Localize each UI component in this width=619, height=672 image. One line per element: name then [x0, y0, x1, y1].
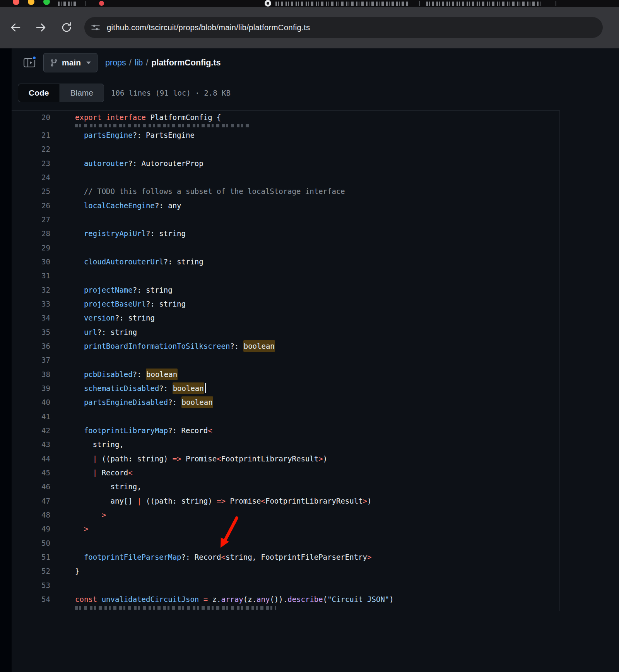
file-meta-info: 106 lines (91 loc) · 2.8 KB: [111, 89, 231, 97]
code-token: ): [367, 497, 371, 505]
code-line-37: 37: [12, 353, 559, 367]
line-number[interactable]: 36: [12, 339, 50, 353]
code-line-21: 21 partsEngine?: PartsEngine: [12, 128, 559, 142]
code-token: >: [318, 454, 323, 463]
reload-button[interactable]: [58, 19, 75, 36]
github-file-page: main props / lib / platformConfig.ts Cod…: [0, 48, 619, 672]
line-number[interactable]: 38: [12, 367, 50, 381]
code-line-41: 41: [12, 410, 559, 423]
code-text: [50, 578, 75, 592]
line-number[interactable]: 22: [12, 142, 50, 156]
line-number[interactable]: 50: [12, 536, 50, 550]
code-token: string, FootprintFileParserEntry: [226, 553, 367, 561]
line-number[interactable]: 53: [12, 578, 50, 592]
line-number[interactable]: 28: [12, 226, 50, 240]
line-number[interactable]: 31: [12, 269, 50, 283]
code-token: =: [203, 595, 208, 603]
line-number[interactable]: 21: [12, 128, 50, 142]
url-bar[interactable]: github.com/tscircuit/props/blob/main/lib…: [84, 17, 603, 38]
line-number[interactable]: 32: [12, 283, 50, 297]
code-token: |: [93, 468, 97, 477]
line-number[interactable]: 46: [12, 480, 50, 494]
code-token: ?:: [230, 342, 243, 350]
tab-divider: [556, 1, 556, 6]
line-number[interactable]: 52: [12, 564, 50, 578]
code-token: >: [84, 525, 88, 533]
line-number[interactable]: 45: [12, 466, 50, 480]
tab-favicon-circle[interactable]: [265, 0, 271, 7]
code-text: [50, 269, 75, 283]
code-line-42: 42 footprintLibraryMap?: Record<: [12, 423, 559, 437]
code-text: projectBaseUrl?: string: [50, 297, 186, 311]
line-number[interactable]: 54: [12, 592, 50, 606]
search-match-token: boolean: [146, 369, 178, 380]
file-header: main props / lib / platformConfig.ts: [12, 51, 221, 75]
code-token: ?:: [168, 398, 181, 406]
tab-title-fragment: [275, 2, 409, 6]
line-number[interactable]: 29: [12, 241, 50, 255]
annotation-arrow: [213, 516, 245, 553]
tab-title-fragment: [426, 2, 542, 6]
line-number[interactable]: 27: [12, 213, 50, 226]
code-token: localCacheEngine: [75, 201, 155, 210]
code-token: footprintLibraryMap: [75, 426, 168, 435]
breadcrumb-folder-link[interactable]: lib: [135, 58, 143, 68]
search-match-token: boolean: [243, 340, 275, 352]
window-tab-strip: [0, 0, 619, 7]
line-number[interactable]: 41: [12, 410, 50, 423]
code-token: ?: Record: [181, 553, 221, 561]
line-number[interactable]: 33: [12, 297, 50, 311]
file-view-tabs: Code Blame 106 lines (91 loc) · 2.8 KB: [18, 84, 231, 102]
line-number[interactable]: 40: [12, 395, 50, 409]
zoom-window-button[interactable]: [43, 0, 50, 5]
code-text: const unvalidatedCircuitJson = z.array(z…: [50, 592, 394, 606]
close-window-button[interactable]: [13, 0, 19, 5]
code-token: Record: [97, 468, 128, 477]
line-number[interactable]: 43: [12, 437, 50, 451]
line-number[interactable]: 35: [12, 325, 50, 339]
line-number[interactable]: 49: [12, 522, 50, 536]
branch-selector[interactable]: main: [43, 53, 97, 72]
tab-blame[interactable]: Blame: [60, 84, 104, 102]
line-number[interactable]: 37: [12, 353, 50, 367]
tab-code[interactable]: Code: [18, 84, 60, 102]
line-number[interactable]: 47: [12, 494, 50, 508]
file-tree-toggle-button[interactable]: [22, 55, 37, 70]
code-text: footprintLibraryMap?: Record<: [50, 423, 212, 437]
line-number[interactable]: 39: [12, 381, 50, 395]
code-line-26: 26 localCacheEngine?: any: [12, 199, 559, 213]
forward-button[interactable]: [32, 19, 50, 36]
code-token: ): [323, 454, 327, 463]
back-button[interactable]: [7, 19, 24, 36]
code-text: version?: string: [50, 311, 155, 325]
forward-arrow-icon: [35, 21, 47, 34]
breadcrumb-separator: /: [143, 58, 151, 68]
line-number[interactable]: 34: [12, 311, 50, 325]
code-token: FootprintLibraryResult: [221, 454, 319, 463]
code-line-49: 49 >: [12, 522, 559, 536]
line-number[interactable]: 42: [12, 423, 50, 437]
line-number[interactable]: 26: [12, 199, 50, 213]
code-token: }: [75, 567, 79, 575]
code-text: autorouter?: AutorouterProp: [50, 156, 203, 170]
code-token: ()).: [270, 595, 287, 603]
line-number[interactable]: 20: [12, 111, 50, 124]
code-token: >: [102, 511, 106, 519]
breadcrumb-repo-link[interactable]: props: [105, 58, 126, 68]
code-text: pcbDisabled?: boolean: [50, 367, 178, 381]
tab-favicon-red[interactable]: [99, 1, 104, 6]
line-number[interactable]: 25: [12, 184, 50, 198]
line-number[interactable]: 44: [12, 452, 50, 466]
code-token: [75, 454, 93, 463]
code-token: [97, 595, 101, 603]
line-number[interactable]: 51: [12, 550, 50, 564]
clipped-line-fragment: [12, 124, 559, 128]
minimize-window-button[interactable]: [28, 0, 34, 5]
line-number[interactable]: 24: [12, 170, 50, 184]
line-number[interactable]: 23: [12, 156, 50, 170]
code-text: [50, 213, 75, 226]
site-settings-icon[interactable]: [91, 22, 101, 33]
line-number[interactable]: 48: [12, 508, 50, 522]
line-number[interactable]: 30: [12, 255, 50, 269]
code-line-43: 43 string,: [12, 437, 559, 451]
